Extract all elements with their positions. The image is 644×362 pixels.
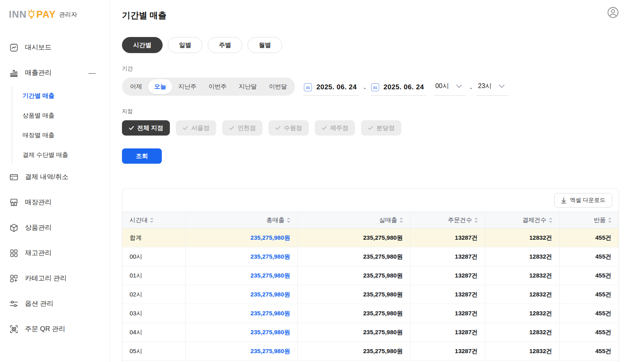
cell-total-sales-link[interactable]: 235,275,980원 xyxy=(186,342,298,361)
tab-hourly[interactable]: 시간별 xyxy=(122,37,163,53)
cell-total-sales-link[interactable]: 235,275,980원 xyxy=(186,228,298,247)
sidebar-item-product-mgmt[interactable]: 상품관리 xyxy=(9,219,109,237)
col-header-payment-count[interactable]: 결제건수 xyxy=(485,212,559,228)
time-to-select[interactable]: 23시 xyxy=(477,82,508,96)
col-header-order-count[interactable]: 주문건수 xyxy=(410,212,485,228)
calendar-icon: 31 xyxy=(304,83,312,91)
submenu-item-payment-method-sales[interactable]: 결제 수단별 매출 xyxy=(23,145,109,165)
time-from-value: 00시 xyxy=(435,82,449,90)
tab-weekly[interactable]: 주별 xyxy=(208,37,242,53)
col-header-returns[interactable]: 반품 xyxy=(559,212,619,228)
sidebar-item-payment-history[interactable]: 결제 내역/취소 xyxy=(9,168,109,186)
collapse-minus-icon[interactable]: — xyxy=(89,69,96,77)
range-this-week[interactable]: 이번주 xyxy=(202,79,233,94)
col-header-time[interactable]: 시간대 xyxy=(122,212,186,228)
table-row: 05시 235,275,980원 235,275,980원 13287건 128… xyxy=(122,342,619,361)
cell-order-count: 13287건 xyxy=(410,247,485,266)
cell-total-sales-link[interactable]: 235,275,980원 xyxy=(186,247,298,266)
cell-total-sales-link[interactable]: 235,275,980원 xyxy=(186,285,298,304)
cell-time: 05시 xyxy=(122,342,186,361)
branch-section-label: 지점 xyxy=(122,108,619,115)
sidebar-item-order-qr-mgmt[interactable]: 주문 QR 관리 xyxy=(9,320,109,338)
sidebar-item-label: 카테고리 관리 xyxy=(25,274,67,283)
submenu-item-period-sales[interactable]: 기간별 매출 xyxy=(23,86,109,106)
user-profile-icon[interactable] xyxy=(607,6,619,19)
sidebar-item-option-mgmt[interactable]: 옵션 관리 xyxy=(9,295,109,313)
period-type-tabs: 시간별 일별 주별 월별 xyxy=(122,37,619,53)
chevron-down-icon xyxy=(499,84,505,88)
excel-download-button[interactable]: 엑셀 다운로드 xyxy=(554,193,612,208)
period-filter-row: 어제 오늘 지난주 이번주 지난달 이번달 31 2025. 06. 24 - … xyxy=(122,78,619,96)
branch-label: 인천점 xyxy=(237,124,256,132)
dashboard-icon xyxy=(9,43,19,52)
branch-suwon[interactable]: 수원점 xyxy=(268,120,309,136)
sidebar-item-label: 매출관리 xyxy=(25,68,52,77)
brand-logo[interactable]: INN PAY 관리자 xyxy=(9,8,109,21)
sort-icon xyxy=(150,218,153,223)
cell-order-count: 13287건 xyxy=(410,285,485,304)
table-row: 01시 235,275,980원 235,275,980원 13287건 128… xyxy=(122,266,619,285)
logo-text-pay: PAY xyxy=(36,9,56,20)
calendar-icon: 31 xyxy=(371,83,379,91)
branch-label: 제주점 xyxy=(330,124,348,132)
submenu-item-store-sales[interactable]: 매장별 매출 xyxy=(23,125,109,145)
cell-returns: 455건 xyxy=(559,285,619,304)
cell-total-sales-link[interactable]: 235,275,980원 xyxy=(186,304,298,323)
sidebar: INN PAY 관리자 대시보드 xyxy=(0,0,110,362)
cell-net-sales: 235,275,980원 xyxy=(297,304,410,323)
date-to-picker[interactable]: 31 2025. 06. 24 xyxy=(370,83,427,96)
sort-icon xyxy=(549,218,552,223)
options-icon xyxy=(9,299,19,309)
cell-total-sales-link[interactable]: 235,275,980원 xyxy=(186,323,298,342)
sales-chart-icon xyxy=(9,68,19,78)
branch-filter-row: 전체 지점 서울점 인천점 수원점 제주점 분당점 xyxy=(122,120,619,136)
check-icon xyxy=(229,126,234,130)
range-this-month[interactable]: 이번달 xyxy=(263,79,293,94)
table-row: 02시 235,275,980원 235,275,980원 13287건 128… xyxy=(122,285,619,304)
branch-all[interactable]: 전체 지점 xyxy=(122,120,170,136)
sidebar-item-dashboard[interactable]: 대시보드 xyxy=(9,39,109,56)
branch-incheon[interactable]: 인천점 xyxy=(222,120,262,136)
tab-monthly[interactable]: 월별 xyxy=(248,37,282,53)
inventory-grid-icon xyxy=(9,248,19,258)
store-icon xyxy=(9,197,19,207)
sidebar-item-inventory-mgmt[interactable]: 재고관리 xyxy=(9,244,109,262)
sort-icon xyxy=(475,218,478,223)
branch-bundang[interactable]: 분당점 xyxy=(361,120,401,136)
range-yesterday[interactable]: 어제 xyxy=(124,79,148,94)
date-range-separator: - xyxy=(364,84,366,92)
sidebar-item-sales[interactable]: 매출관리 — xyxy=(9,64,109,82)
range-today[interactable]: 오늘 xyxy=(148,79,172,94)
branch-label: 분당점 xyxy=(376,124,394,132)
submenu-item-product-sales[interactable]: 상품별 매출 xyxy=(23,106,109,125)
branch-jeju[interactable]: 제주점 xyxy=(315,120,355,136)
check-icon xyxy=(129,126,134,130)
time-from-select[interactable]: 00시 xyxy=(433,82,465,96)
cell-net-sales: 235,275,980원 xyxy=(297,228,410,247)
range-last-month[interactable]: 지난달 xyxy=(233,79,263,94)
results-card: 엑셀 다운로드 시간대 총매출 실매출 주문건수 결제건수 반품 xyxy=(122,188,619,362)
cell-time: 01시 xyxy=(122,266,186,285)
search-button[interactable]: 조회 xyxy=(122,148,162,164)
table-header-row: 시간대 총매출 실매출 주문건수 결제건수 반품 xyxy=(122,212,619,228)
sidebar-item-store-mgmt[interactable]: 매장관리 xyxy=(9,193,109,211)
cell-total-sales-link[interactable]: 235,275,980원 xyxy=(186,266,298,285)
cell-time: 03시 xyxy=(122,304,186,323)
sort-icon xyxy=(287,218,290,223)
range-last-week[interactable]: 지난주 xyxy=(172,79,202,94)
cell-order-count: 13287건 xyxy=(410,342,485,361)
tab-daily[interactable]: 일별 xyxy=(168,37,202,53)
col-header-net-sales[interactable]: 실매출 xyxy=(297,212,410,228)
col-header-total-sales[interactable]: 총매출 xyxy=(186,212,298,228)
branch-seoul[interactable]: 서울점 xyxy=(176,120,216,136)
cell-returns: 455건 xyxy=(559,266,619,285)
sidebar-item-category-mgmt[interactable]: 카테고리 관리 xyxy=(9,269,109,287)
logo-admin-label: 관리자 xyxy=(59,11,77,19)
cell-time: 02시 xyxy=(122,285,186,304)
date-to-value: 2025. 06. 24 xyxy=(384,83,424,91)
sort-icon xyxy=(400,218,403,223)
table-row: 04시 235,275,980원 235,275,980원 13287건 128… xyxy=(122,323,619,342)
cell-payment-count: 12832건 xyxy=(485,247,559,266)
sidebar-item-label: 결제 내역/취소 xyxy=(25,173,68,181)
date-from-picker[interactable]: 31 2025. 06. 24 xyxy=(303,83,359,96)
